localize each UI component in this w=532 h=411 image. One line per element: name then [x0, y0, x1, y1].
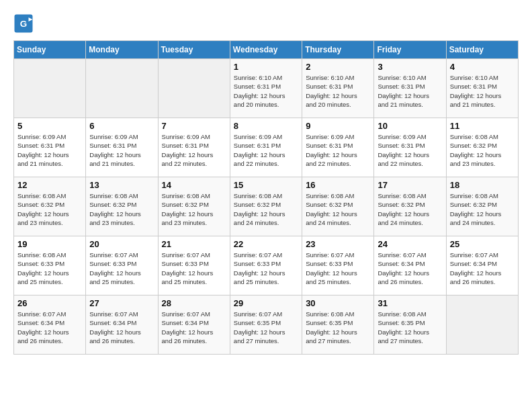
- day-number: 16: [306, 180, 370, 190]
- day-detail: Sunrise: 6:08 AM Sunset: 6:35 PM Dayligh…: [378, 310, 442, 345]
- day-number: 19: [17, 239, 82, 249]
- day-detail: Sunrise: 6:10 AM Sunset: 6:31 PM Dayligh…: [378, 73, 442, 109]
- day-number: 4: [450, 62, 515, 72]
- calendar-cell: 16Sunrise: 6:08 AM Sunset: 6:32 PM Dayli…: [302, 177, 374, 236]
- day-number: 23: [306, 239, 370, 249]
- day-detail: Sunrise: 6:09 AM Sunset: 6:31 PM Dayligh…: [306, 132, 370, 168]
- day-detail: Sunrise: 6:07 AM Sunset: 6:33 PM Dayligh…: [162, 250, 226, 286]
- calendar-cell: 6Sunrise: 6:09 AM Sunset: 6:31 PM Daylig…: [86, 118, 158, 177]
- day-number: 10: [378, 121, 442, 131]
- logo: G: [13, 13, 38, 34]
- calendar-week-row: 1Sunrise: 6:10 AM Sunset: 6:31 PM Daylig…: [14, 59, 519, 118]
- weekday-header: Thursday: [302, 41, 374, 59]
- day-number: 2: [306, 62, 370, 72]
- day-number: 27: [89, 298, 154, 308]
- calendar-cell: [86, 59, 158, 118]
- calendar-cell: 3Sunrise: 6:10 AM Sunset: 6:31 PM Daylig…: [374, 59, 446, 118]
- calendar-cell: 10Sunrise: 6:09 AM Sunset: 6:31 PM Dayli…: [374, 118, 446, 177]
- day-detail: Sunrise: 6:07 AM Sunset: 6:34 PM Dayligh…: [17, 310, 82, 345]
- day-number: 12: [17, 180, 82, 190]
- calendar-cell: 13Sunrise: 6:08 AM Sunset: 6:32 PM Dayli…: [86, 177, 158, 236]
- calendar-cell: 12Sunrise: 6:08 AM Sunset: 6:32 PM Dayli…: [14, 177, 86, 236]
- calendar-cell: [446, 295, 518, 355]
- day-detail: Sunrise: 6:08 AM Sunset: 6:35 PM Dayligh…: [306, 310, 370, 345]
- weekday-header: Tuesday: [158, 41, 230, 59]
- day-detail: Sunrise: 6:07 AM Sunset: 6:34 PM Dayligh…: [378, 250, 442, 286]
- day-detail: Sunrise: 6:10 AM Sunset: 6:31 PM Dayligh…: [234, 73, 298, 109]
- weekday-header: Saturday: [446, 41, 518, 59]
- calendar-cell: 7Sunrise: 6:09 AM Sunset: 6:31 PM Daylig…: [158, 118, 230, 177]
- calendar-cell: [158, 59, 230, 118]
- calendar-cell: 28Sunrise: 6:07 AM Sunset: 6:34 PM Dayli…: [158, 295, 230, 355]
- calendar-cell: 4Sunrise: 6:10 AM Sunset: 6:31 PM Daylig…: [446, 59, 518, 118]
- day-detail: Sunrise: 6:09 AM Sunset: 6:31 PM Dayligh…: [378, 132, 442, 168]
- day-number: 30: [306, 298, 370, 308]
- calendar-week-row: 5Sunrise: 6:09 AM Sunset: 6:31 PM Daylig…: [14, 118, 519, 177]
- day-detail: Sunrise: 6:08 AM Sunset: 6:32 PM Dayligh…: [306, 191, 370, 227]
- calendar-cell: [14, 59, 86, 118]
- day-number: 14: [162, 180, 226, 190]
- day-detail: Sunrise: 6:09 AM Sunset: 6:31 PM Dayligh…: [89, 132, 154, 168]
- calendar-week-row: 19Sunrise: 6:08 AM Sunset: 6:33 PM Dayli…: [14, 236, 519, 295]
- svg-text:G: G: [20, 19, 28, 29]
- day-detail: Sunrise: 6:08 AM Sunset: 6:32 PM Dayligh…: [162, 191, 226, 227]
- calendar-cell: 17Sunrise: 6:08 AM Sunset: 6:32 PM Dayli…: [374, 177, 446, 236]
- calendar-cell: 23Sunrise: 6:07 AM Sunset: 6:33 PM Dayli…: [302, 236, 374, 295]
- day-detail: Sunrise: 6:09 AM Sunset: 6:31 PM Dayligh…: [234, 132, 298, 168]
- day-detail: Sunrise: 6:07 AM Sunset: 6:33 PM Dayligh…: [306, 250, 370, 286]
- day-number: 24: [378, 239, 442, 249]
- day-detail: Sunrise: 6:07 AM Sunset: 6:34 PM Dayligh…: [450, 250, 515, 286]
- calendar-cell: 5Sunrise: 6:09 AM Sunset: 6:31 PM Daylig…: [14, 118, 86, 177]
- calendar-cell: 26Sunrise: 6:07 AM Sunset: 6:34 PM Dayli…: [14, 295, 86, 355]
- day-detail: Sunrise: 6:10 AM Sunset: 6:31 PM Dayligh…: [306, 73, 370, 109]
- day-number: 17: [378, 180, 442, 190]
- day-detail: Sunrise: 6:08 AM Sunset: 6:33 PM Dayligh…: [17, 250, 82, 286]
- day-number: 31: [378, 298, 442, 308]
- day-number: 1: [234, 62, 298, 72]
- calendar-cell: 9Sunrise: 6:09 AM Sunset: 6:31 PM Daylig…: [302, 118, 374, 177]
- day-detail: Sunrise: 6:07 AM Sunset: 6:33 PM Dayligh…: [234, 250, 298, 286]
- calendar-cell: 22Sunrise: 6:07 AM Sunset: 6:33 PM Dayli…: [230, 236, 302, 295]
- day-detail: Sunrise: 6:08 AM Sunset: 6:32 PM Dayligh…: [17, 191, 82, 227]
- day-detail: Sunrise: 6:07 AM Sunset: 6:33 PM Dayligh…: [89, 250, 154, 286]
- day-detail: Sunrise: 6:07 AM Sunset: 6:34 PM Dayligh…: [89, 310, 154, 345]
- calendar-cell: 24Sunrise: 6:07 AM Sunset: 6:34 PM Dayli…: [374, 236, 446, 295]
- weekday-header: Monday: [86, 41, 158, 59]
- calendar-cell: 8Sunrise: 6:09 AM Sunset: 6:31 PM Daylig…: [230, 118, 302, 177]
- calendar-cell: 14Sunrise: 6:08 AM Sunset: 6:32 PM Dayli…: [158, 177, 230, 236]
- calendar-week-row: 12Sunrise: 6:08 AM Sunset: 6:32 PM Dayli…: [14, 177, 519, 236]
- day-number: 26: [17, 298, 82, 308]
- day-number: 5: [17, 121, 82, 131]
- logo-icon: G: [13, 13, 34, 34]
- day-detail: Sunrise: 6:08 AM Sunset: 6:32 PM Dayligh…: [450, 132, 515, 168]
- day-number: 11: [450, 121, 515, 131]
- calendar-cell: 11Sunrise: 6:08 AM Sunset: 6:32 PM Dayli…: [446, 118, 518, 177]
- day-detail: Sunrise: 6:10 AM Sunset: 6:31 PM Dayligh…: [450, 73, 515, 109]
- page-header: G: [13, 13, 519, 34]
- calendar-cell: 27Sunrise: 6:07 AM Sunset: 6:34 PM Dayli…: [86, 295, 158, 355]
- day-detail: Sunrise: 6:08 AM Sunset: 6:32 PM Dayligh…: [450, 191, 515, 227]
- calendar-cell: 2Sunrise: 6:10 AM Sunset: 6:31 PM Daylig…: [302, 59, 374, 118]
- calendar-cell: 31Sunrise: 6:08 AM Sunset: 6:35 PM Dayli…: [374, 295, 446, 355]
- calendar-cell: 21Sunrise: 6:07 AM Sunset: 6:33 PM Dayli…: [158, 236, 230, 295]
- day-detail: Sunrise: 6:09 AM Sunset: 6:31 PM Dayligh…: [162, 132, 226, 168]
- day-number: 15: [234, 180, 298, 190]
- calendar-week-row: 26Sunrise: 6:07 AM Sunset: 6:34 PM Dayli…: [14, 295, 519, 355]
- calendar-cell: 15Sunrise: 6:08 AM Sunset: 6:32 PM Dayli…: [230, 177, 302, 236]
- weekday-header: Wednesday: [230, 41, 302, 59]
- calendar-cell: 29Sunrise: 6:07 AM Sunset: 6:35 PM Dayli…: [230, 295, 302, 355]
- day-detail: Sunrise: 6:07 AM Sunset: 6:34 PM Dayligh…: [162, 310, 226, 345]
- day-detail: Sunrise: 6:07 AM Sunset: 6:35 PM Dayligh…: [234, 310, 298, 345]
- day-number: 25: [450, 239, 515, 249]
- day-number: 9: [306, 121, 370, 131]
- calendar-cell: 19Sunrise: 6:08 AM Sunset: 6:33 PM Dayli…: [14, 236, 86, 295]
- day-number: 3: [378, 62, 442, 72]
- day-number: 28: [162, 298, 226, 308]
- day-number: 7: [162, 121, 226, 131]
- day-number: 21: [162, 239, 226, 249]
- calendar-cell: 1Sunrise: 6:10 AM Sunset: 6:31 PM Daylig…: [230, 59, 302, 118]
- day-number: 29: [234, 298, 298, 308]
- calendar-table: SundayMondayTuesdayWednesdayThursdayFrid…: [13, 40, 519, 355]
- calendar-cell: 18Sunrise: 6:08 AM Sunset: 6:32 PM Dayli…: [446, 177, 518, 236]
- day-detail: Sunrise: 6:09 AM Sunset: 6:31 PM Dayligh…: [17, 132, 82, 168]
